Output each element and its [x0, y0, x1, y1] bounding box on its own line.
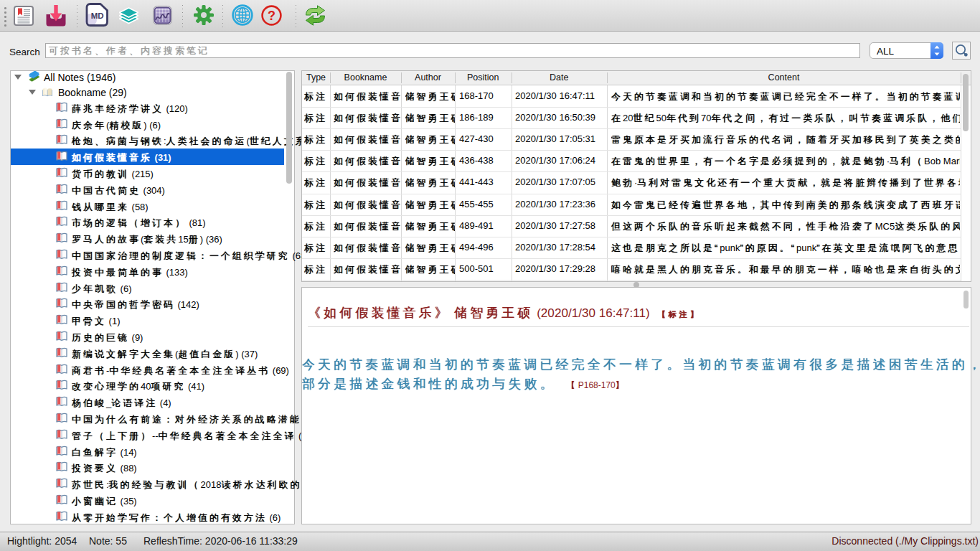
svg-text:MD: MD [91, 11, 104, 20]
svg-text:?: ? [268, 9, 275, 23]
